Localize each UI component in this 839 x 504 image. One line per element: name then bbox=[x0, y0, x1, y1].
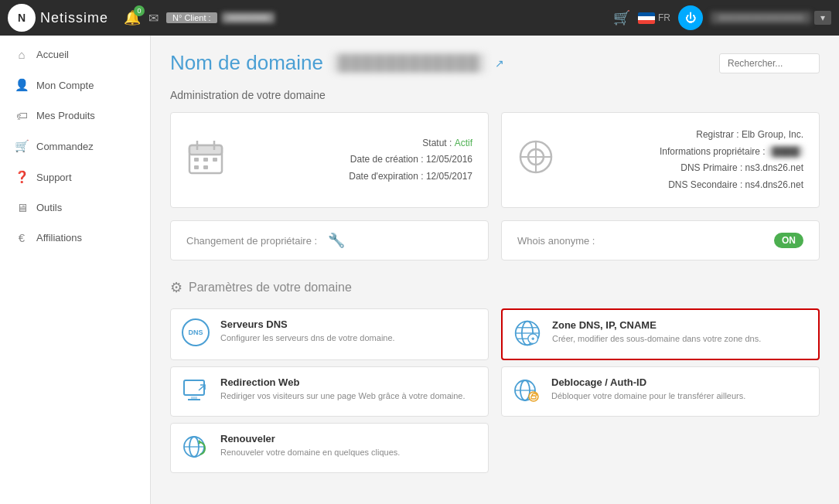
param-serveurs-dns[interactable]: DNS Serveurs DNS Configurer les serveurs… bbox=[170, 308, 489, 360]
param-renouveler[interactable]: Renouveler Renouveler votre domaine en q… bbox=[170, 423, 489, 473]
sidebar-item-support[interactable]: ❓ Support bbox=[0, 162, 150, 192]
main-content: Nom de domaine ████████████ ↗ Administra… bbox=[151, 36, 839, 504]
dns-secondary-label: DNS Secondaire : bbox=[668, 179, 742, 190]
question-icon: ❓ bbox=[15, 170, 29, 184]
param-redirection-web[interactable]: Redirection Web Rediriger vos visiteurs … bbox=[170, 366, 489, 417]
user-icon: 👤 bbox=[15, 78, 29, 92]
wrench-icon: 🔧 bbox=[328, 232, 345, 249]
svg-rect-1 bbox=[189, 145, 222, 155]
param-deblocage-name: Deblocage / Auth-ID bbox=[551, 376, 745, 388]
logo-text: Netissime bbox=[40, 10, 108, 26]
sidebar-label-commandez: Commandez bbox=[36, 141, 94, 152]
sidebar-label-outils: Outils bbox=[36, 202, 62, 213]
bell-badge: 0 bbox=[134, 5, 145, 16]
sidebar-label-mes-produits: Mes Produits bbox=[36, 110, 95, 121]
sidebar-item-commandez[interactable]: 🛒 Commandez bbox=[0, 131, 150, 162]
param-zone-dns[interactable]: Zone DNS, IP, CNAME Créer, modifier des … bbox=[501, 308, 820, 360]
globe-icon bbox=[513, 319, 541, 349]
param-deblocage-desc: Débloquer votre domaine pour le transfér… bbox=[551, 390, 745, 402]
registrar-label: Registrar : bbox=[696, 129, 738, 140]
dns-info-content: Registrar : Elb Group, Inc. Informations… bbox=[568, 127, 803, 193]
sidebar-label-mon-compte: Mon Compte bbox=[36, 80, 94, 91]
domain-name-blurred: ████████████ bbox=[333, 53, 486, 73]
info-prop-value: ████ bbox=[768, 146, 803, 157]
sidebar: ⌂ Accueil 👤 Mon Compte 🏷 Mes Produits 🛒 … bbox=[0, 36, 151, 504]
status-value: Actif bbox=[455, 138, 472, 148]
param-deblocage-content: Deblocage / Auth-ID Débloquer votre doma… bbox=[551, 376, 745, 402]
dns-info-card: Registrar : Elb Group, Inc. Informations… bbox=[501, 112, 820, 208]
date-info-content: Statut : Actif Date de création : 12/05/… bbox=[239, 135, 472, 186]
renew-globe-icon bbox=[182, 433, 210, 463]
expiry-label: Date d'expiration : bbox=[349, 171, 423, 182]
changement-label: Changement de propriétaire : bbox=[186, 235, 317, 247]
action-row: Changement de propriétaire : 🔧 Whois ano… bbox=[170, 220, 820, 261]
language-selector[interactable]: FR bbox=[638, 12, 670, 24]
email-icon[interactable]: ✉ bbox=[148, 11, 159, 26]
param-deblocage[interactable]: Deblocage / Auth-ID Débloquer votre doma… bbox=[501, 366, 820, 417]
params-title: ⚙ Paramètres de votre domaine bbox=[170, 279, 820, 296]
euro-icon: € bbox=[15, 231, 29, 244]
svg-rect-4 bbox=[194, 158, 199, 162]
param-redirection-name: Redirection Web bbox=[220, 376, 466, 388]
notification-bell[interactable]: 🔔 0 bbox=[124, 9, 141, 26]
changement-card[interactable]: Changement de propriétaire : 🔧 bbox=[170, 220, 489, 261]
sidebar-label-accueil: Accueil bbox=[36, 49, 69, 60]
whois-card[interactable]: Whois anonyme : ON bbox=[501, 220, 820, 261]
sidebar-item-mon-compte[interactable]: 👤 Mon Compte bbox=[0, 70, 150, 100]
creation-label: Date de création : bbox=[350, 154, 424, 165]
creation-value: 12/05/2016 bbox=[426, 154, 472, 165]
svg-rect-8 bbox=[203, 165, 208, 169]
registrar-value: Elb Group, Inc. bbox=[742, 129, 803, 140]
info-prop-label: Informations propriétaire : bbox=[660, 146, 766, 157]
dns-badge-icon: DNS bbox=[182, 318, 210, 346]
username-display[interactable]: XXXXXXXXXXXXXXX ▾ bbox=[711, 11, 831, 25]
param-serveurs-dns-desc: Configurer les serveurs dns de votre dom… bbox=[220, 332, 395, 344]
cart-icon-sidebar: 🛒 bbox=[15, 139, 29, 153]
param-zone-dns-content: Zone DNS, IP, CNAME Créer, modifier des … bbox=[552, 319, 761, 345]
whois-toggle-value[interactable]: ON bbox=[774, 233, 803, 248]
date-info-card: Statut : Actif Date de création : 12/05/… bbox=[170, 112, 489, 208]
info-cards-row: Statut : Actif Date de création : 12/05/… bbox=[170, 112, 820, 208]
logo: N Netissime bbox=[8, 4, 108, 32]
sidebar-label-support: Support bbox=[36, 172, 72, 183]
svg-rect-7 bbox=[194, 165, 199, 169]
sidebar-item-outils[interactable]: 🖥 Outils bbox=[0, 192, 150, 223]
settings-icon: ⚙ bbox=[170, 279, 182, 296]
search-input[interactable] bbox=[719, 53, 820, 73]
registrar-icon bbox=[517, 138, 554, 182]
external-link-icon[interactable]: ↗ bbox=[495, 57, 504, 70]
param-redirection-desc: Rediriger vos visiteurs sur une page Web… bbox=[220, 390, 466, 402]
sidebar-item-accueil[interactable]: ⌂ Accueil bbox=[0, 39, 150, 70]
flag-icon bbox=[638, 12, 655, 24]
language-label: FR bbox=[658, 12, 670, 23]
monitor-icon: 🖥 bbox=[15, 201, 29, 214]
calendar-icon bbox=[186, 138, 225, 183]
page-title-row: Nom de domaine ████████████ ↗ bbox=[170, 51, 820, 75]
param-zone-dns-desc: Créer, modifier des sous-domaine dans vo… bbox=[552, 333, 761, 345]
sidebar-item-affiliations[interactable]: € Affiliations bbox=[0, 223, 150, 253]
params-section: ⚙ Paramètres de votre domaine DNS Serveu… bbox=[170, 279, 820, 479]
params-grid: DNS Serveurs DNS Configurer les serveurs… bbox=[170, 308, 820, 479]
topbar: N Netissime 🔔 0 ✉ N° Client : XXXXXXX 🛒 … bbox=[0, 0, 839, 36]
param-renouveler-desc: Renouveler votre domaine en quelques cli… bbox=[220, 447, 400, 458]
param-zone-dns-name: Zone DNS, IP, CNAME bbox=[552, 319, 761, 331]
power-button[interactable]: ⏻ bbox=[678, 5, 703, 30]
svg-rect-5 bbox=[203, 158, 208, 162]
svg-rect-6 bbox=[213, 158, 217, 162]
sidebar-label-affiliations: Affiliations bbox=[36, 232, 82, 243]
dropdown-arrow: ▾ bbox=[814, 11, 831, 25]
params-title-text: Paramètres de votre domaine bbox=[189, 281, 352, 295]
home-icon: ⌂ bbox=[15, 48, 29, 61]
expiry-value: 12/05/2017 bbox=[426, 171, 472, 182]
param-renouveler-name: Renouveler bbox=[220, 433, 400, 444]
page-title: Nom de domaine bbox=[170, 51, 323, 75]
cart-icon[interactable]: 🛒 bbox=[613, 9, 630, 26]
layout: ⌂ Accueil 👤 Mon Compte 🏷 Mes Produits 🛒 … bbox=[0, 36, 839, 504]
dns-primary-label: DNS Primaire : bbox=[680, 162, 742, 173]
sidebar-item-mes-produits[interactable]: 🏷 Mes Produits bbox=[0, 100, 150, 131]
whois-label: Whois anonyme : bbox=[517, 235, 595, 247]
param-redirection-content: Redirection Web Rediriger vos visiteurs … bbox=[220, 376, 466, 402]
client-number: N° Client : XXXXXXX bbox=[166, 12, 275, 23]
whois-toggle: Whois anonyme : ON bbox=[517, 233, 803, 248]
admin-section-label: Administration de votre domaine bbox=[170, 89, 820, 101]
